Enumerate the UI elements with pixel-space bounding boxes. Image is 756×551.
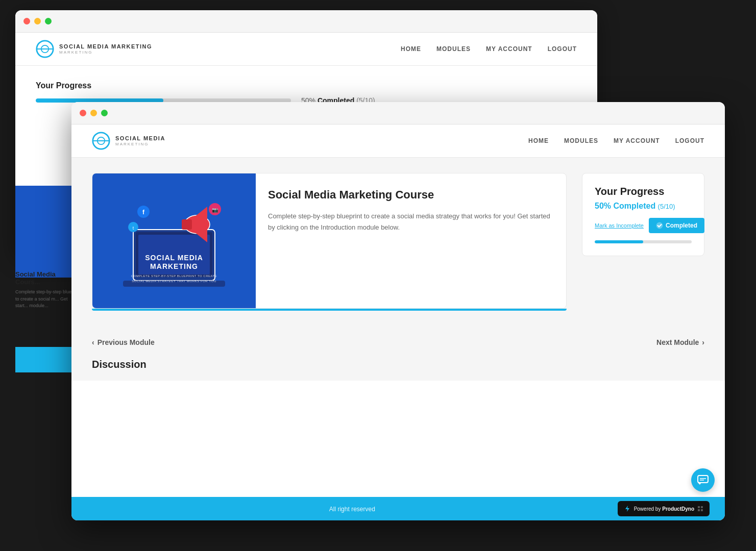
chat-icon — [697, 474, 709, 486]
foreground-window: SOCIAL MEDIA MARKETING HOME MODULES MY A… — [71, 102, 725, 520]
chat-bubble-button[interactable] — [691, 468, 715, 492]
previous-module-button[interactable]: ‹ Previous Module — [92, 338, 155, 346]
course-card-top: f 📷 t SOCIAL MEDIA MARKETING COMPLETE ST… — [92, 173, 566, 308]
course-illustration-svg: f 📷 t SOCIAL MEDIA MARKETING COMPLETE ST… — [103, 184, 246, 296]
front-titlebar — [71, 102, 725, 124]
svg-rect-29 — [698, 506, 700, 508]
progress-card: Your Progress 50% Completed (5/10) Mark … — [582, 173, 704, 256]
progress-actions: Mark as Incomplete Completed — [595, 218, 692, 233]
back-nav-logout[interactable]: LOGOUT — [548, 45, 577, 53]
svg-rect-32 — [701, 509, 703, 511]
svg-text:SOCIAL MEDIA STRATEGY THAT WOR: SOCIAL MEDIA STRATEGY THAT WORKS FOR YOU — [132, 280, 216, 283]
front-logo: SOCIAL MEDIA MARKETING — [92, 132, 165, 150]
lightning-icon — [624, 505, 631, 512]
course-info: Social Media Marketing Course Complete s… — [256, 173, 566, 308]
front-navbar: SOCIAL MEDIA MARKETING HOME MODULES MY A… — [71, 124, 725, 158]
back-nav-account[interactable]: MY ACCOUNT — [486, 45, 532, 53]
front-nav-account[interactable]: MY ACCOUNT — [614, 137, 660, 144]
course-illustration: f 📷 t SOCIAL MEDIA MARKETING COMPLETE ST… — [92, 173, 256, 308]
footer-text: All right reserved — [329, 506, 375, 513]
front-nav-links: HOME MODULES MY ACCOUNT LOGOUT — [528, 137, 704, 144]
front-maximize-dot[interactable] — [101, 110, 108, 116]
close-dot[interactable] — [23, 18, 30, 24]
back-logo-icon — [36, 40, 54, 58]
course-section: f 📷 t SOCIAL MEDIA MARKETING COMPLETE ST… — [92, 173, 567, 311]
next-chevron-icon: › — [702, 338, 704, 346]
back-nav-modules[interactable]: MODULES — [436, 45, 471, 53]
powered-by-label: Powered by ProductDyno — [634, 506, 694, 512]
front-nav-logout[interactable]: LOGOUT — [675, 137, 704, 144]
front-close-dot[interactable] — [80, 110, 86, 116]
front-nav-home[interactable]: HOME — [528, 137, 549, 144]
maximize-dot[interactable] — [45, 18, 52, 24]
svg-rect-25 — [698, 475, 708, 483]
minimize-dot[interactable] — [34, 18, 41, 24]
footer: All right reserved Powered by ProductDyn… — [71, 497, 725, 520]
svg-text:📷: 📷 — [212, 207, 218, 213]
sidebar-progress-bar — [595, 240, 692, 243]
powered-by-badge: Powered by ProductDyno — [618, 501, 710, 516]
back-logo: SOCIAL MEDIA MARKETING MARKETING — [36, 40, 152, 58]
svg-marker-28 — [625, 506, 629, 512]
svg-text:SOCIAL MEDIA: SOCIAL MEDIA — [145, 254, 203, 262]
checkmark-icon — [656, 222, 663, 229]
module-navigation: ‹ Previous Module Next Module › — [71, 326, 725, 359]
sidebar-progress-fill — [595, 240, 643, 243]
front-nav-modules[interactable]: MODULES — [564, 137, 598, 144]
discussion-section: Discussion — [71, 359, 725, 381]
front-logo-icon — [92, 132, 110, 150]
course-card-blue-line — [92, 309, 567, 311]
course-title: Social Media Marketing Course — [268, 188, 554, 203]
back-titlebar — [15, 10, 597, 33]
prev-chevron-icon: ‹ — [92, 338, 94, 346]
back-brand-sub: MARKETING — [59, 50, 152, 55]
front-brand-sub: MARKETING — [115, 142, 165, 146]
front-minimize-dot[interactable] — [90, 110, 97, 116]
course-image: f 📷 t SOCIAL MEDIA MARKETING COMPLETE ST… — [92, 173, 256, 308]
svg-rect-11 — [182, 219, 192, 230]
svg-rect-31 — [698, 509, 700, 511]
back-progress-label: Your Progress — [36, 81, 577, 90]
course-card: f 📷 t SOCIAL MEDIA MARKETING COMPLETE ST… — [92, 173, 567, 309]
grid-icon — [697, 506, 703, 512]
svg-text:COMPLETE STEP-BY-STEP BLUEPRIN: COMPLETE STEP-BY-STEP BLUEPRINT TO CREAT… — [131, 274, 217, 278]
mark-incomplete-button[interactable]: Mark as Incomplete — [595, 222, 644, 229]
back-nav-links: HOME MODULES MY ACCOUNT LOGOUT — [401, 45, 577, 53]
back-nav-home[interactable]: HOME — [401, 45, 421, 53]
next-module-button[interactable]: Next Module › — [656, 338, 704, 346]
back-navbar: SOCIAL MEDIA MARKETING MARKETING HOME MO… — [15, 33, 597, 66]
main-content-area: f 📷 t SOCIAL MEDIA MARKETING COMPLETE ST… — [71, 158, 725, 326]
back-brand-name: SOCIAL MEDIA MARKETING — [59, 43, 152, 50]
progress-sidebar: Your Progress 50% Completed (5/10) Mark … — [582, 173, 704, 311]
front-brand-name: SOCIAL MEDIA — [115, 135, 165, 142]
course-description: Complete step-by-step blueprint to creat… — [268, 211, 554, 233]
sidebar-progress-percent: 50% Completed (5/10) — [595, 202, 692, 211]
completed-button[interactable]: Completed — [649, 218, 704, 233]
svg-point-24 — [656, 222, 663, 229]
svg-text:MARKETING: MARKETING — [150, 262, 198, 270]
side-blue-panel — [15, 186, 71, 278]
discussion-title: Discussion — [92, 359, 704, 370]
svg-rect-30 — [701, 506, 703, 508]
sidebar-progress-title: Your Progress — [595, 186, 692, 197]
